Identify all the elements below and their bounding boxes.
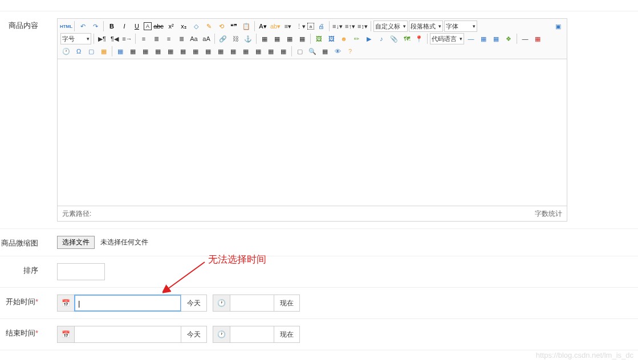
now-button[interactable]: 现在 xyxy=(274,326,299,342)
choose-file-button[interactable]: 选择文件 xyxy=(57,236,95,249)
redo-icon[interactable]: ↷ xyxy=(90,21,101,32)
fontsize-select[interactable]: 字号 xyxy=(60,33,91,44)
row-before-icon[interactable]: ▦ xyxy=(140,46,151,57)
superscript-icon[interactable]: x² xyxy=(165,21,177,32)
selectall-icon[interactable]: a xyxy=(307,23,314,30)
fontborder-icon[interactable]: A xyxy=(144,22,152,30)
align-justify-icon[interactable]: ≣ xyxy=(176,33,187,44)
img-float-right-icon[interactable]: ▦ xyxy=(284,33,295,44)
background-icon[interactable]: ▦ xyxy=(98,46,109,57)
editor-body[interactable] xyxy=(58,59,567,206)
music-icon[interactable]: ♪ xyxy=(376,33,387,44)
paragraph-select[interactable]: 段落格式 xyxy=(409,21,443,32)
rowspacing-top-icon[interactable]: ≡↓▾ xyxy=(332,21,343,32)
gmap-icon[interactable]: 📍 xyxy=(413,33,425,44)
help-icon[interactable]: ? xyxy=(344,46,356,57)
pasteplain-icon[interactable]: 📋 xyxy=(241,21,252,32)
start-time-input[interactable] xyxy=(230,295,274,311)
tolowercase-icon[interactable]: aA xyxy=(201,33,212,44)
merge-right-icon[interactable]: ▦ xyxy=(227,46,239,57)
align-center-icon[interactable]: ≣ xyxy=(151,33,162,44)
fontfamily-select[interactable]: 字体 xyxy=(444,21,477,32)
template-icon[interactable]: ▦ xyxy=(319,46,331,57)
print-icon[interactable]: 🖨 xyxy=(315,21,327,32)
backcolor-icon[interactable]: ab▾ xyxy=(270,21,281,32)
blockquote-icon[interactable]: ❝❞ xyxy=(228,21,239,32)
wordimage-icon[interactable]: ▦ xyxy=(532,33,543,44)
custom-style-select[interactable]: 自定义标 xyxy=(373,21,408,32)
dir-rtl-icon[interactable]: ¶◀ xyxy=(109,33,120,44)
multi-image-icon[interactable]: 🖼 xyxy=(326,33,337,44)
col-before-icon[interactable]: ▦ xyxy=(177,46,189,57)
touppercase-icon[interactable]: Aa xyxy=(188,33,200,44)
ordered-list-icon[interactable]: ≡▾ xyxy=(282,21,294,32)
italic-icon[interactable]: I xyxy=(119,21,130,32)
lineheight-icon[interactable]: ≡↕▾ xyxy=(357,21,368,32)
img-float-none-icon[interactable]: ▦ xyxy=(259,33,270,44)
attachment-icon[interactable]: 📎 xyxy=(388,33,400,44)
insert-time-icon[interactable]: 🕐 xyxy=(60,46,72,57)
sort-input[interactable] xyxy=(57,263,105,280)
fullscreen-icon[interactable]: ▣ xyxy=(552,21,564,32)
link-icon[interactable]: 🔗 xyxy=(217,33,229,44)
date-icon[interactable]: ▦ xyxy=(478,33,489,44)
snapscreen-icon[interactable]: ▢ xyxy=(86,46,97,57)
emoticon-icon[interactable]: ☻ xyxy=(338,33,350,44)
unordered-list-icon[interactable]: ⋮▾ xyxy=(295,21,306,32)
underline-icon[interactable]: U xyxy=(131,21,143,32)
anchor-icon[interactable]: ⚓ xyxy=(242,33,254,44)
merge-down-icon[interactable]: ▦ xyxy=(240,46,251,57)
today-button[interactable]: 今天 xyxy=(181,295,206,311)
scrawl-icon[interactable]: ✏ xyxy=(351,33,362,44)
undo-icon[interactable]: ↶ xyxy=(77,21,88,32)
calendar-icon[interactable]: 📅 xyxy=(58,326,75,342)
col-del-icon[interactable]: ▦ xyxy=(202,46,214,57)
end-time-input[interactable] xyxy=(230,326,274,342)
video-icon[interactable]: ▶ xyxy=(363,33,375,44)
start-date-input[interactable] xyxy=(75,295,181,311)
img-float-center-icon[interactable]: ▦ xyxy=(296,33,308,44)
word-count[interactable]: 字数统计 xyxy=(535,209,562,219)
table-icon[interactable]: ▦ xyxy=(115,46,126,57)
insert-image-icon[interactable]: 🖼 xyxy=(313,33,324,44)
align-right-icon[interactable]: ≡ xyxy=(163,33,174,44)
img-float-left-icon[interactable]: ▦ xyxy=(271,33,283,44)
clock-icon[interactable]: 🕐 xyxy=(213,295,230,311)
unlink-icon[interactable]: ⛓ xyxy=(230,33,241,44)
forecolor-icon[interactable]: A▾ xyxy=(257,21,269,32)
formatmatch-icon[interactable]: ✎ xyxy=(203,21,214,32)
merge-cell-icon[interactable]: ▦ xyxy=(215,46,226,57)
split-rows-icon[interactable]: ▦ xyxy=(265,46,277,57)
align-left-icon[interactable]: ≡ xyxy=(138,33,149,44)
row-after-icon[interactable]: ▦ xyxy=(152,46,164,57)
separator-icon[interactable]: — xyxy=(519,33,531,44)
split-cell-icon[interactable]: ▦ xyxy=(253,46,264,57)
hr-icon[interactable]: — xyxy=(465,33,477,44)
time-picker-icon[interactable]: ▦ xyxy=(490,33,502,44)
subscript-icon[interactable]: x₂ xyxy=(178,21,189,32)
special-char-icon[interactable]: Ω xyxy=(73,46,84,57)
indent-icon[interactable]: ≡→ xyxy=(121,33,133,44)
today-button[interactable]: 今天 xyxy=(181,326,206,342)
split-cols-icon[interactable]: ▦ xyxy=(278,46,289,57)
end-date-input[interactable] xyxy=(75,326,181,342)
code-lang-select[interactable]: 代码语言 xyxy=(430,33,464,44)
map-icon[interactable]: 🗺 xyxy=(401,33,412,44)
autotypeset-icon[interactable]: ⟲ xyxy=(216,21,227,32)
strike-icon[interactable]: abc xyxy=(153,21,164,32)
table-del-icon[interactable]: ▦ xyxy=(127,46,139,57)
dir-ltr-icon[interactable]: ▶¶ xyxy=(96,33,108,44)
calendar-icon[interactable]: 📅 xyxy=(58,295,75,311)
rowspacing-bottom-icon[interactable]: ≡↑▾ xyxy=(344,21,356,32)
col-after-icon[interactable]: ▦ xyxy=(190,46,201,57)
preview-icon[interactable]: 👁 xyxy=(332,46,343,57)
chart-icon[interactable]: ▢ xyxy=(294,46,306,57)
bold-icon[interactable]: B xyxy=(106,21,117,32)
search-replace-icon[interactable]: 🔍 xyxy=(307,46,318,57)
html-source-icon[interactable]: HTML xyxy=(60,21,72,32)
spechars-icon[interactable]: ❖ xyxy=(503,33,514,44)
clock-icon[interactable]: 🕐 xyxy=(213,326,230,342)
now-button[interactable]: 现在 xyxy=(274,295,299,311)
removeformat-icon[interactable]: ◇ xyxy=(190,21,202,32)
row-del-icon[interactable]: ▦ xyxy=(165,46,176,57)
